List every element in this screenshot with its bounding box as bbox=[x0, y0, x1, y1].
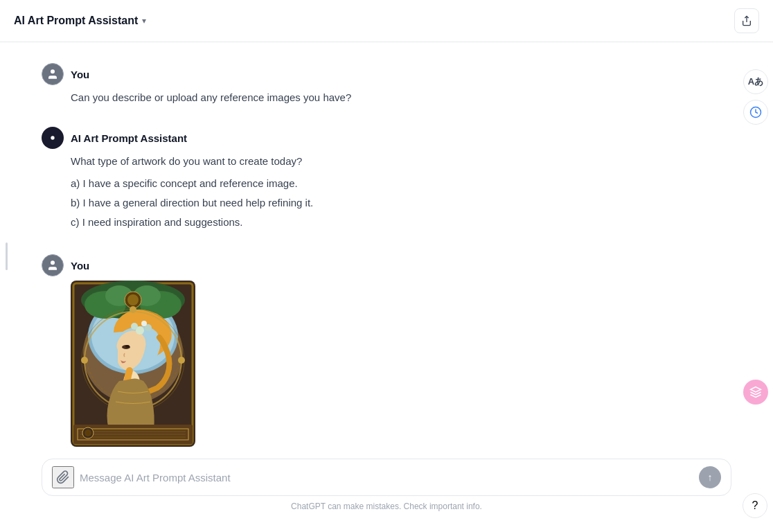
svg-point-22 bbox=[141, 321, 147, 326]
chat-area: You Can you describe or upload any refer… bbox=[0, 42, 773, 452]
sender-name-1: You bbox=[71, 69, 89, 80]
scroll-track bbox=[6, 242, 8, 270]
svg-point-27 bbox=[130, 306, 136, 313]
svg-point-37 bbox=[85, 429, 91, 436]
input-container: ↑ bbox=[42, 459, 731, 496]
reference-image-container bbox=[71, 281, 731, 452]
assistant-option-a: a) I have a specific concept and referen… bbox=[71, 175, 731, 192]
disclaimer-text: ChatGPT can make mistakes. Check importa… bbox=[42, 502, 731, 511]
assistant-icon bbox=[47, 132, 58, 143]
message-content-3: I have a specific concept and reference … bbox=[71, 281, 731, 452]
user-icon bbox=[46, 68, 59, 80]
message-header-1: You bbox=[42, 63, 731, 85]
action-icon bbox=[749, 386, 762, 398]
assistant-line-0: What type of artwork do you want to crea… bbox=[71, 153, 731, 170]
user-avatar-3 bbox=[42, 254, 64, 276]
help-icon: ? bbox=[752, 499, 758, 512]
svg-point-28 bbox=[178, 357, 185, 364]
attach-button[interactable] bbox=[52, 466, 74, 488]
page-title: AI Art Prompt Assistant bbox=[14, 15, 138, 27]
assistant-option-c: c) I need inspiration and suggestions. bbox=[71, 214, 731, 231]
message-content-1: Can you describe or upload any reference… bbox=[71, 89, 731, 106]
svg-point-29 bbox=[81, 357, 88, 364]
message-group-1: You Can you describe or upload any refer… bbox=[0, 56, 773, 113]
header: AI Art Prompt Assistant ▾ bbox=[0, 0, 773, 42]
header-left: AI Art Prompt Assistant ▾ bbox=[14, 15, 146, 27]
assistant-option-b: b) I have a general direction but need h… bbox=[71, 195, 731, 211]
user-icon-2 bbox=[46, 259, 59, 272]
svg-point-21 bbox=[131, 323, 138, 330]
svg-point-24 bbox=[125, 345, 130, 348]
chevron-down-icon[interactable]: ▾ bbox=[142, 16, 146, 26]
input-area: ↑ ChatGPT can make mistakes. Check impor… bbox=[0, 452, 773, 532]
send-button[interactable]: ↑ bbox=[699, 466, 721, 488]
sender-name-3: You bbox=[71, 260, 89, 272]
mucha-artwork bbox=[71, 281, 195, 447]
plugin-button[interactable] bbox=[743, 100, 768, 125]
sidebar-icons: Aあ ? bbox=[738, 0, 773, 532]
action-button[interactable] bbox=[743, 380, 768, 405]
svg-point-3 bbox=[51, 136, 54, 139]
message-header-2: AI Art Prompt Assistant bbox=[42, 127, 731, 149]
translate-icon: Aあ bbox=[748, 76, 763, 88]
svg-point-4 bbox=[51, 260, 55, 265]
svg-point-17 bbox=[127, 294, 139, 305]
message-group-3: You bbox=[0, 247, 773, 452]
svg-point-2 bbox=[51, 69, 55, 73]
sender-name-2: AI Art Prompt Assistant bbox=[71, 132, 187, 144]
attach-icon bbox=[56, 470, 70, 484]
message-input[interactable] bbox=[80, 472, 693, 484]
assistant-avatar-2 bbox=[42, 127, 64, 149]
message-header-3: You bbox=[42, 254, 731, 276]
message-content-2: What type of artwork do you want to crea… bbox=[71, 153, 731, 231]
help-button[interactable]: ? bbox=[743, 493, 767, 518]
message-group-2: AI Art Prompt Assistant What type of art… bbox=[0, 120, 773, 240]
translate-button[interactable]: Aあ bbox=[743, 69, 768, 94]
plugin-icon bbox=[749, 106, 762, 118]
send-icon: ↑ bbox=[708, 472, 713, 483]
user-avatar-1 bbox=[42, 63, 64, 85]
